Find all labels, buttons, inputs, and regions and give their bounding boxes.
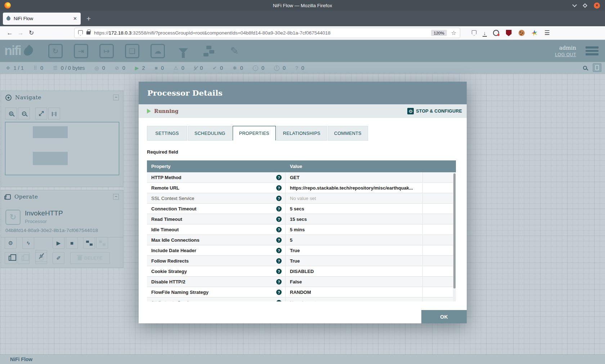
tab-label: SCHEDULING [194,131,225,136]
browser-tab[interactable]: NiFi Flow ✕ [3,13,81,25]
window-maximize-icon[interactable] [583,3,587,8]
scrollbar-thumb[interactable] [453,173,456,288]
extension-pinwheel-icon[interactable] [532,30,538,36]
help-icon[interactable]: ? [276,217,282,222]
back-button[interactable]: ← [4,29,15,37]
zoom-fit-button[interactable]: ⤢ [35,108,47,119]
bookmark-star-icon[interactable]: ☆ [451,29,456,36]
help-icon[interactable]: ? [276,258,282,264]
property-row[interactable]: HTTP Method ? GET [147,172,456,183]
output-port-component-icon[interactable]: ↦ [99,44,114,58]
label-component-icon[interactable]: ✎ [227,44,242,58]
collapse-operate-button[interactable]: − [113,194,119,200]
property-row[interactable]: Include Date Header ? True [147,245,456,256]
new-tab-button[interactable]: + [86,14,91,23]
help-icon[interactable]: ? [276,300,282,301]
panel-toggle-button[interactable] [593,63,601,72]
enable-button[interactable]: ϟ [22,237,34,249]
pocket-icon[interactable] [472,30,476,36]
processor-component-icon[interactable]: ↻ [48,44,63,58]
template-component-icon[interactable] [202,44,216,58]
property-row[interactable]: Max Idle Connections ? 5 [147,235,456,245]
property-value: False [290,279,302,285]
window-title: NiFi Flow — Mozilla Firefox [0,3,605,8]
breadcrumb-root-link[interactable]: NiFi Flow [10,356,32,362]
tracking-protection-icon[interactable] [78,30,83,36]
downloads-icon[interactable]: ↓ [483,30,486,36]
status-icon: ✱ [233,65,237,70]
tab-close-icon[interactable]: ✕ [73,16,77,21]
help-icon[interactable]: ? [276,269,282,274]
status-count: 0 [102,65,105,71]
property-row[interactable]: Disable HTTP/2 ? False [147,277,456,287]
page-zoom-badge[interactable]: 120% [431,30,447,36]
navigate-panel: Navigate − + − ⤢ |:| [1,91,124,187]
forward-button[interactable]: → [15,29,26,37]
current-user: admin [555,45,576,51]
extension-ublock-icon[interactable] [506,30,512,36]
fill-color-button[interactable]: ✐ [53,252,64,264]
help-icon[interactable]: ? [276,279,282,285]
url-bar[interactable]: https://172.18.0.3:32558/nifi/?processGr… [74,28,460,38]
configure-button[interactable]: ⚙ [5,237,17,249]
help-icon[interactable]: ? [276,248,282,253]
browser-menu-button[interactable]: ☰ [544,29,550,37]
help-icon[interactable]: ? [276,185,282,191]
tab-title: NiFi Flow [14,16,33,21]
status-icon: ❖ [6,65,10,70]
dialog-tab[interactable]: SETTINGS [147,126,187,141]
help-icon[interactable]: ? [276,290,282,295]
property-value: 15 secs [290,217,307,222]
zoom-out-button[interactable]: − [18,108,30,119]
dialog-tab[interactable]: RELATIONSHIPS [277,126,327,141]
reload-button[interactable]: ↻ [26,29,37,37]
dialog-tab[interactable]: PROPERTIES [233,126,276,141]
window-minimize-icon[interactable] [572,3,577,7]
nifi-favicon-icon [6,16,12,22]
window-close-button[interactable]: × [594,3,600,9]
birdseye-minimap[interactable] [5,122,119,175]
minimap-processor-rect [33,152,68,165]
selected-component-name: InvokeHTTP [25,209,63,217]
stop-and-configure-button[interactable]: ⚙ STOP & CONFIGURE [407,108,462,114]
property-row[interactable]: Connection Timeout ? 5 secs [147,204,456,214]
help-icon[interactable]: ? [276,237,282,243]
dialog-tab[interactable]: SCHEDULING [188,126,232,141]
dialog-tab[interactable]: COMMENTS [328,126,368,141]
logout-link[interactable]: LOG OUT [555,52,576,57]
url-text[interactable]: https://172.18.0.3:32558/nifi/?processGr… [94,30,431,36]
property-row[interactable]: Read Timeout ? 15 secs [147,214,456,224]
collapse-navigate-button[interactable]: − [113,95,119,100]
property-row[interactable]: Follow Redirects ? True [147,256,456,266]
zoom-actual-size-button[interactable]: |:| [48,108,60,119]
global-menu-button[interactable] [586,46,599,55]
property-row[interactable]: Remote URL ? https://repo.stackable.tech… [147,183,456,193]
property-row[interactable]: FlowFile Naming Strategy ? RANDOM [147,287,456,297]
ok-button[interactable]: OK [421,310,467,323]
property-row[interactable]: Cookie Strategy ? DISABLED [147,266,456,277]
copy-button[interactable] [5,252,17,264]
input-port-component-icon[interactable]: ⇥ [74,44,88,58]
save-template-button[interactable] [83,237,95,249]
extension-proxy-icon[interactable] [493,30,499,36]
property-row[interactable]: Attributes to Send ? No value set [147,297,456,301]
help-icon[interactable]: ? [276,196,282,201]
search-icon[interactable] [583,66,587,70]
help-icon[interactable]: ? [276,175,282,180]
help-icon[interactable]: ? [276,227,282,232]
property-row[interactable]: SSL Context Service ? No value set [147,193,456,204]
lock-icon[interactable] [86,31,90,35]
help-icon[interactable]: ? [276,206,282,211]
funnel-component-icon[interactable] [176,44,191,58]
process-group-component-icon[interactable]: ❏ [125,44,139,58]
upload-template-button [96,237,108,249]
nifi-header: nifi ↻ ⇥ ↦ ❏ ☁ ✎ admin LOG OUT [0,40,605,62]
property-name: Idle Timeout [151,227,179,232]
table-scrollbar[interactable] [453,172,456,301]
zoom-in-button[interactable]: + [5,108,17,119]
extension-cookie-icon[interactable] [519,30,525,36]
property-row[interactable]: Idle Timeout ? 5 mins [147,224,456,235]
stop-button[interactable]: ■ [66,237,78,249]
start-button[interactable]: ▶ [53,237,64,249]
remote-process-group-component-icon[interactable]: ☁ [151,44,165,58]
